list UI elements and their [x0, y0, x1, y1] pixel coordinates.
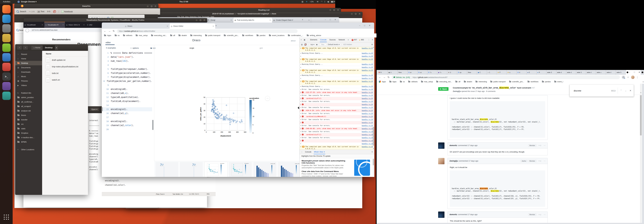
expand-icon[interactable]: ▶ — [300, 140, 301, 142]
expand-icon[interactable]: ▶ — [300, 85, 301, 87]
maximize-icon[interactable]: ▢ — [333, 8, 336, 11]
tab-close-icon[interactable]: ✕ — [212, 25, 214, 27]
bookmark-item[interactable]: os — [115, 34, 120, 36]
bookmark-item[interactable]: mac_setup — [136, 34, 148, 36]
comment-options-icon[interactable]: ⋯ — [544, 214, 546, 216]
sidebar-item[interactable]: ◔Recent — [15, 52, 42, 56]
bookmark-item[interactable]: afl — [170, 34, 175, 36]
bookmark-item[interactable]: writing_advice — [307, 34, 321, 36]
browser-tab[interactable]: octo S — [546, 70, 556, 75]
error-count[interactable]: ✕907 — [352, 39, 357, 41]
browser-tab[interactable]: octo d — [586, 70, 596, 75]
url-field[interactable]: GitHub, Inc. [US] | https://github.com/u… — [392, 75, 620, 79]
code-line[interactable]: 7 fieldtype(displacement,number). — [102, 75, 152, 79]
atom-titlebar[interactable]: 2019-07-05-vis.markdown — ~/src/phd-src/… — [126, 12, 362, 16]
browser-tab[interactable]: ◍ Create Elegant Data V ✕ — [272, 18, 311, 22]
sidebar-item[interactable]: analyse-vid — [15, 109, 42, 113]
close-icon[interactable]: × — [358, 12, 361, 15]
expand-icon[interactable]: ▶ — [300, 74, 301, 76]
avatar[interactable] — [438, 158, 444, 164]
browser-tab[interactable]: ◍ Fuel economy data fro ✕ — [233, 18, 272, 22]
window-controls[interactable]: –□✕ — [359, 24, 370, 26]
console-row[interactable]: ▶ ✕ Error. See console for errors. bundl… — [300, 88, 374, 91]
expand-icon[interactable]: ▶ — [300, 52, 301, 54]
code-block[interactable]: hard(no_stack_with_bar_area_discrete_col… — [450, 101, 545, 138]
code-line[interactable]: 5 fieldtype(horsepower,number). — [102, 67, 152, 71]
code-line[interactable]: 4 — [102, 63, 152, 67]
add-reaction-icon[interactable]: +☺ — [538, 144, 542, 146]
breadcrumb-home[interactable]: ⌂ Home — [31, 45, 43, 50]
file-row[interactable]: watch.on — [42, 76, 88, 83]
expand-icon[interactable]: ▶ — [300, 119, 301, 121]
reload-icon[interactable]: ↻ — [113, 29, 115, 33]
bookmark-item[interactable]: public transport — [205, 34, 220, 36]
expand-icon[interactable]: ▶ — [300, 91, 301, 93]
avatar[interactable] — [438, 212, 444, 218]
dock-app-icon[interactable]: >_ — [2, 72, 11, 81]
devtools-menu-icon[interactable]: ⋮ — [368, 39, 370, 41]
bookmark-item[interactable]: afl — [456, 81, 460, 83]
clear-console-icon[interactable] — [304, 43, 306, 46]
console-scrollbar[interactable]: ▲▼ — [373, 46, 374, 149]
comment-author[interactable]: domoritz — [450, 144, 457, 146]
browser-tab[interactable]: ● R — [536, 70, 546, 75]
dock-app-icon[interactable] — [2, 24, 11, 33]
drawer-close-icon[interactable]: ✕ — [372, 151, 373, 153]
levels-selector[interactable]: Default levels ▾ — [328, 43, 340, 45]
whatsnew-scrollbar[interactable] — [373, 159, 374, 176]
sidebar-item[interactable]: ▦Pictures — [15, 79, 42, 83]
dock-app-icon[interactable] — [2, 43, 11, 52]
options-button[interactable]: ⋯ options — [130, 47, 139, 49]
back-icon[interactable]: ← — [104, 30, 106, 33]
bookmark-item[interactable]: pandoc — [256, 34, 266, 36]
browser-tab[interactable]: octo S — [576, 70, 586, 75]
bookmark-item[interactable]: skillsets — [408, 81, 418, 83]
forward-icon[interactable]: → — [108, 30, 111, 33]
issue-author[interactable]: ZeningQu — [453, 90, 461, 92]
sidebar-item[interactable]: src — [15, 122, 42, 126]
console-row[interactable]: ▶ ✕ Error. See console for errors. bundl… — [300, 130, 374, 133]
tab-close-icon[interactable]: ✕ — [308, 19, 310, 21]
devtools-tab[interactable]: Console — [320, 38, 327, 42]
source-link[interactable]: bundle.js:39 — [362, 113, 373, 115]
url-field[interactable]: 127.0.0.1:4000/2019/07/vis.html — [30, 28, 101, 32]
text-button[interactable]: ab Text — [37, 10, 44, 13]
bookmark-item[interactable]: executing_not... — [151, 34, 167, 36]
breadcrumb-current[interactable]: Desktop — [43, 45, 55, 50]
source-link[interactable]: bundle.js:39 — [362, 80, 373, 84]
sidebar-item[interactable]: ▶Videos — [15, 83, 42, 88]
source-link[interactable]: bundle.js:39 — [362, 137, 373, 139]
source-link[interactable]: bundle.js:39 — [362, 116, 373, 118]
source-link[interactable]: bundle.js:39 — [362, 128, 373, 130]
firefox-tab[interactable]: ◍ VisualModel ✕ — [24, 22, 44, 28]
tab-close-icon[interactable]: ✕ — [83, 24, 85, 26]
source-link[interactable]: bundle.js:39 — [362, 100, 373, 103]
browser-tab[interactable]: G d — [517, 70, 526, 75]
console-sidebar-icon[interactable]: ▥ — [301, 43, 302, 45]
sidebar-item[interactable]: afl_confirmat... — [15, 100, 42, 104]
chart-thumbnail-card[interactable]: cost: 27 — [156, 162, 178, 177]
browser-tab[interactable]: ◆ "u — [437, 70, 447, 75]
console-row[interactable]: ▶ 9 ✕ The compiled spec uses Vega v3.0, … — [300, 145, 374, 150]
source-link[interactable]: bundle.js:39 — [362, 58, 373, 62]
browser-tab[interactable]: ✳ P — [497, 70, 507, 75]
console-row[interactable]: ▶ ✕ bundle.js:39 — [300, 142, 374, 145]
expand-icon[interactable]: ▶ — [300, 97, 301, 99]
expand-icon[interactable]: ▶ — [300, 63, 301, 65]
source-link[interactable]: bundle.js:39 — [362, 140, 373, 142]
sidebar-item[interactable]: ⍉Rubbish Bin — [15, 91, 42, 95]
tab-close-icon[interactable]: ✕ — [230, 19, 232, 21]
bookmark-item[interactable]: Apps — [390, 81, 396, 83]
inspect-icon[interactable]: ⌖ — [301, 39, 302, 41]
console-row[interactable]: ▶ ✕ -:424:4-20: info: atom does not occu… — [300, 109, 374, 112]
chart-menu-button[interactable]: ⋯ — [265, 96, 270, 101]
firefox-tab[interactable]: ◍ Visualisation R ✕ — [44, 22, 65, 28]
find-in-page-icon[interactable] — [622, 75, 625, 79]
tab-width-selector[interactable]: Tab Width: 8 ▾ — [172, 193, 183, 195]
activities-button[interactable]: Activities — [3, 0, 10, 3]
browser-tab[interactable]: octo u — [596, 70, 606, 75]
battery-icon[interactable] — [331, 0, 334, 3]
console-row[interactable]: ▶ ✕ Error. See console for errors. bundl… — [300, 94, 374, 97]
expand-icon[interactable]: ▶ — [300, 131, 301, 133]
run-button[interactable]: ▶ run — [151, 47, 156, 49]
